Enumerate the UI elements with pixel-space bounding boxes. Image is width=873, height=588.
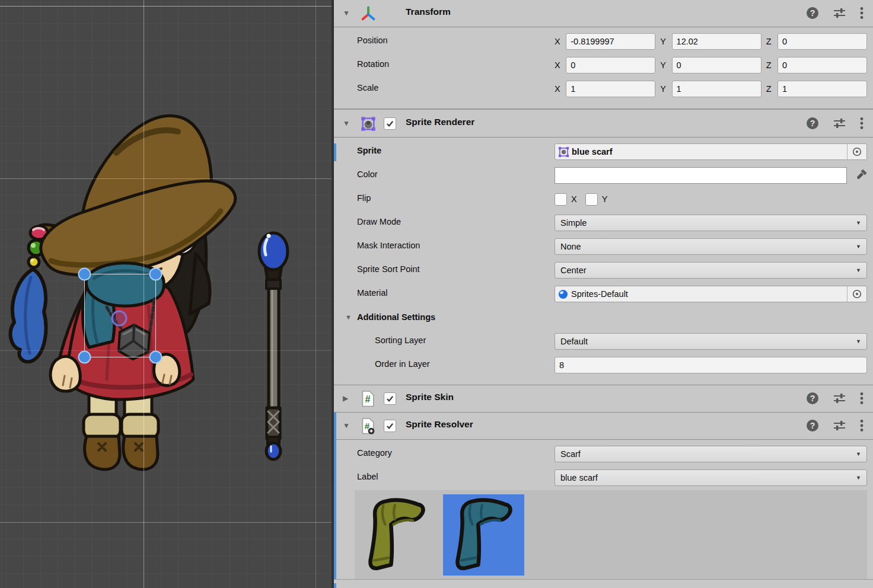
order-in-layer-row: Order in Layer bbox=[334, 357, 873, 373]
draw-mode-dropdown[interactable]: Simple ▼ bbox=[555, 215, 867, 231]
position-y-field[interactable] bbox=[672, 33, 762, 50]
category-dropdown[interactable]: Scarf ▼ bbox=[555, 446, 867, 462]
svg-text:?: ? bbox=[810, 394, 815, 403]
label-label: Label bbox=[357, 472, 378, 481]
rotation-z-field[interactable] bbox=[778, 57, 867, 74]
label-dropdown[interactable]: blue scarf ▼ bbox=[555, 469, 867, 486]
scale-z-field[interactable] bbox=[778, 81, 867, 97]
flip-x-checkbox[interactable] bbox=[555, 193, 567, 206]
position-z-field[interactable] bbox=[778, 33, 867, 50]
component-enabled-checkbox[interactable] bbox=[384, 392, 396, 405]
chevron-down-icon: ▼ bbox=[856, 267, 861, 273]
axis-z-label: Z bbox=[766, 37, 773, 46]
prefab-override-bar bbox=[334, 583, 336, 588]
presets-icon[interactable] bbox=[833, 7, 846, 19]
selection-handle-top-right[interactable] bbox=[150, 269, 162, 280]
component-enabled-checkbox[interactable] bbox=[384, 420, 396, 432]
category-value: Scarf bbox=[560, 449, 581, 459]
chevron-down-icon: ▼ bbox=[856, 244, 861, 250]
axis-x-label: X bbox=[555, 37, 562, 46]
sprite-object-field[interactable]: blue scarf bbox=[555, 143, 867, 160]
selection-handle-bottom-right[interactable] bbox=[150, 351, 162, 363]
component-enabled-checkbox[interactable] bbox=[384, 117, 396, 130]
help-icon[interactable]: ? bbox=[806, 419, 819, 432]
foldout-icon[interactable]: ▼ bbox=[345, 314, 352, 321]
label-row: Label blue scarf ▼ bbox=[334, 469, 873, 486]
selection-rect bbox=[85, 274, 156, 357]
chevron-down-icon: ▼ bbox=[856, 475, 861, 481]
axis-z-label: Z bbox=[766, 84, 773, 94]
position-x-field[interactable] bbox=[566, 33, 655, 50]
kebab-menu-icon[interactable] bbox=[860, 117, 864, 130]
additional-settings-row[interactable]: ▼ Additional Settings bbox=[334, 310, 873, 327]
inspector-panel: ▼ Transform ? bbox=[334, 0, 873, 588]
sorting-layer-row: Sorting Layer Default ▼ bbox=[334, 333, 873, 350]
rotation-x-field[interactable] bbox=[566, 57, 655, 74]
rotation-label: Rotation bbox=[357, 59, 389, 69]
flip-x-label: X bbox=[571, 194, 577, 204]
position-label: Position bbox=[357, 36, 388, 45]
foldout-icon[interactable]: ▼ bbox=[343, 9, 350, 17]
sprite-renderer-header[interactable]: ▼ Sprite Renderer ? bbox=[334, 110, 873, 137]
sorting-layer-label: Sorting Layer bbox=[375, 335, 426, 345]
flip-label: Flip bbox=[357, 193, 371, 203]
mask-interaction-dropdown[interactable]: None ▼ bbox=[555, 238, 867, 255]
foldout-icon[interactable]: ▼ bbox=[343, 119, 350, 127]
sprite-sort-point-row: Sprite Sort Point Center ▼ bbox=[334, 262, 873, 279]
category-label: Category bbox=[357, 448, 392, 458]
scale-y-field[interactable] bbox=[672, 81, 762, 97]
chevron-down-icon: ▼ bbox=[856, 338, 861, 344]
axis-y-label: Y bbox=[660, 37, 667, 46]
transform-header[interactable]: ▼ Transform ? bbox=[334, 0, 873, 27]
help-icon[interactable]: ? bbox=[806, 392, 819, 405]
selection-handle-bottom-left[interactable] bbox=[79, 351, 91, 363]
transform-icon bbox=[360, 5, 377, 22]
axis-x-label: X bbox=[555, 60, 562, 70]
flip-y-checkbox[interactable] bbox=[585, 193, 598, 206]
component-title: Transform bbox=[406, 7, 451, 17]
help-icon[interactable]: ? bbox=[806, 7, 819, 20]
sorting-layer-dropdown[interactable]: Default ▼ bbox=[555, 333, 867, 350]
axis-z-label: Z bbox=[766, 60, 773, 70]
position-row: Position X Y Z bbox=[334, 33, 873, 50]
object-picker-icon[interactable] bbox=[847, 144, 866, 159]
color-label: Color bbox=[357, 170, 378, 179]
script-plus-icon: # bbox=[360, 418, 377, 434]
component-title: Sprite Resolver bbox=[406, 419, 473, 430]
rotation-row: Rotation X Y Z bbox=[334, 57, 873, 74]
selection-handle-top-left[interactable] bbox=[79, 269, 91, 280]
presets-icon[interactable] bbox=[833, 392, 846, 404]
green-scarf-thumbnail[interactable] bbox=[356, 494, 437, 576]
order-in-layer-field[interactable] bbox=[555, 357, 867, 373]
material-object-field[interactable]: Sprites-Default bbox=[555, 286, 867, 302]
sprite-sort-point-label: Sprite Sort Point bbox=[357, 264, 420, 274]
kebab-menu-icon[interactable] bbox=[860, 7, 864, 20]
color-swatch[interactable] bbox=[555, 167, 847, 184]
sprite-sort-point-dropdown[interactable]: Center ▼ bbox=[555, 262, 867, 279]
foldout-icon[interactable]: ▼ bbox=[343, 421, 350, 430]
script-icon: # bbox=[360, 391, 377, 407]
sprite-skin-header[interactable]: ▶ # Sprite Skin ? bbox=[334, 385, 873, 412]
color-row: Color bbox=[334, 167, 873, 184]
presets-icon[interactable] bbox=[833, 420, 846, 432]
eyedropper-icon[interactable] bbox=[855, 169, 867, 183]
svg-text:?: ? bbox=[810, 421, 815, 430]
svg-text:?: ? bbox=[810, 8, 815, 18]
rotation-y-field[interactable] bbox=[672, 57, 762, 74]
flip-y-label: Y bbox=[602, 194, 608, 204]
draw-mode-row: Draw Mode Simple ▼ bbox=[334, 215, 873, 231]
sprite-resolver-header[interactable]: ▼ # Sprite Resolver ? bbox=[334, 413, 873, 439]
scale-row: Scale X Y Z bbox=[334, 81, 873, 97]
help-icon[interactable]: ? bbox=[806, 117, 819, 130]
scene-view[interactable] bbox=[0, 0, 332, 588]
blue-scarf-thumbnail[interactable] bbox=[443, 494, 524, 576]
presets-icon[interactable] bbox=[833, 117, 846, 129]
kebab-menu-icon[interactable] bbox=[860, 419, 864, 432]
material-sphere-icon bbox=[558, 289, 568, 299]
foldout-icon[interactable]: ▶ bbox=[343, 394, 348, 402]
scale-x-field[interactable] bbox=[566, 81, 655, 97]
kebab-menu-icon[interactable] bbox=[860, 392, 864, 405]
object-picker-icon[interactable] bbox=[847, 286, 866, 302]
order-in-layer-label: Order in Layer bbox=[375, 359, 430, 369]
axis-x-label: X bbox=[555, 84, 562, 94]
